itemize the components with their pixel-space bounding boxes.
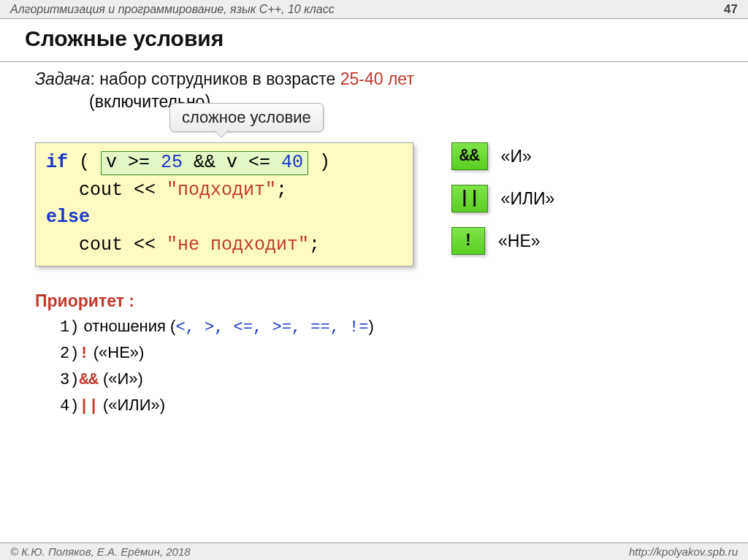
legend-label-or: «ИЛИ»	[501, 189, 555, 209]
priority-title: Приоритет :	[35, 291, 723, 311]
prio-item-4: 4)|| («ИЛИ»)	[60, 393, 723, 419]
semi2: ;	[309, 234, 320, 256]
footer-right: http://kpolyakov.spb.ru	[629, 545, 738, 558]
task-text: : набор сотрудников в возрасте	[91, 69, 340, 88]
priority-list: 1) отношения (<, >, <=, >=, ==, !=) 2)! …	[60, 314, 723, 419]
chip-not: !	[451, 227, 485, 255]
prio-3-op: &&	[79, 371, 98, 389]
condition-highlight: v >= 25 && v <= 40	[101, 151, 308, 175]
paren-open: (	[68, 152, 101, 173]
code-line-4: cout << "не подходит";	[46, 231, 402, 259]
code-line-1: if ( v >= 25 && v <= 40 )	[46, 149, 402, 177]
main-row: if ( v >= 25 && v <= 40 ) cout << "подхо…	[25, 142, 723, 269]
paren-close: )	[308, 152, 330, 173]
cond-40: 40	[281, 152, 303, 173]
kw-else: else	[46, 207, 90, 228]
footer-bar: © К.Ю. Поляков, Е.А. Ерёмин, 2018 http:/…	[0, 542, 748, 560]
footer-left: © К.Ю. Поляков, Е.А. Ерёмин, 2018	[10, 545, 191, 558]
slide-title: Сложные условия	[25, 26, 723, 51]
prio-idx-1: 1)	[60, 318, 79, 337]
divider	[0, 61, 748, 62]
legend-row-or: || «ИЛИ»	[451, 185, 554, 212]
semi1: ;	[276, 180, 287, 201]
prio-item-1: 1) отношения (<, >, <=, >=, ==, !=)	[60, 314, 723, 340]
task-label: Задача	[35, 69, 91, 88]
prio-3-label: («И»)	[99, 369, 143, 388]
legend-label-and: «И»	[501, 147, 532, 166]
task-accent: 25-40 лет	[340, 69, 414, 88]
code-line-3: else	[46, 204, 402, 231]
prio-1-ops: <, >, <=, >=, ==, !=	[175, 318, 368, 337]
slide-content: Сложные условия Задача: набор сотруднико…	[0, 19, 748, 419]
prio-4-op: ||	[79, 397, 98, 415]
legend-row-and: && «И»	[451, 142, 554, 170]
cond-and: && v <=	[183, 152, 281, 173]
header-bar: Алгоритмизация и программирование, язык …	[0, 0, 748, 19]
chip-and: &&	[451, 142, 488, 170]
prio-item-3: 3)&& («И»)	[60, 367, 723, 393]
cout1-str: "подходит"	[167, 180, 276, 201]
prio-1-prefix: отношения (	[79, 317, 175, 335]
prio-2-op: !	[79, 345, 88, 363]
kw-if: if	[46, 152, 68, 173]
cout1-prefix: cout <<	[79, 180, 167, 201]
prio-idx-4: 4)	[60, 397, 79, 415]
cond-v1: v >=	[106, 152, 161, 173]
prio-1-suffix: )	[368, 317, 373, 335]
prio-2-label: («НЕ»)	[89, 343, 145, 361]
cout2-prefix: cout <<	[79, 234, 167, 256]
chip-or: ||	[451, 185, 488, 212]
legend-row-not: ! «НЕ»	[451, 227, 554, 255]
legend-label-not: «НЕ»	[498, 231, 541, 251]
code-line-2: cout << "подходит";	[46, 177, 402, 204]
callout-bubble: сложное условие	[169, 103, 324, 132]
header-title: Алгоритмизация и программирование, язык …	[10, 3, 335, 16]
cond-25: 25	[161, 152, 183, 173]
prio-idx-2: 2)	[60, 345, 79, 363]
page-number: 47	[724, 2, 738, 17]
cout2-str: "не подходит"	[167, 234, 309, 256]
prio-4-label: («ИЛИ»)	[99, 396, 165, 414]
task-line: Задача: набор сотрудников в возрасте 25-…	[25, 68, 723, 91]
task-line2: (включительно).	[25, 92, 723, 112]
operator-legend: && «И» || «ИЛИ» ! «НЕ»	[451, 142, 554, 269]
code-box: if ( v >= 25 && v <= 40 ) cout << "подхо…	[35, 142, 413, 266]
prio-idx-3: 3)	[60, 371, 79, 389]
prio-item-2: 2)! («НЕ»)	[60, 340, 723, 367]
